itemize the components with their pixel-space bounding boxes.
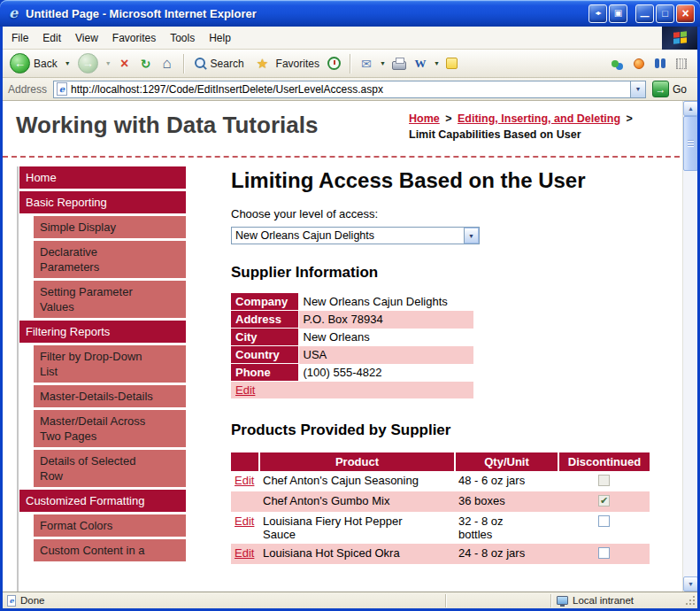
menu-bar: File Edit View Favorites Tools Help	[3, 27, 697, 50]
discontinued-checkbox[interactable]	[598, 475, 610, 486]
nav-item-label: Filter by Drop-Down List	[40, 349, 159, 379]
scroll-down-button[interactable]: ▼	[683, 576, 697, 592]
breadcrumb-current: Limit Capabilities Based on User	[409, 128, 581, 143]
supplier-row: Country USA	[231, 346, 473, 364]
product-cell: Chef Anton's Gumbo Mix	[259, 491, 455, 512]
search-button[interactable]: Search	[190, 55, 248, 72]
sidebar-item-filtering-reports[interactable]: Filtering Reports	[19, 321, 186, 343]
discontinued-checkbox[interactable]	[598, 495, 610, 507]
sidebar-item-format-colors[interactable]: Format Colors	[34, 514, 186, 537]
page-title: Limiting Access Based on the User	[231, 168, 673, 193]
window-screen-button[interactable]: ▣	[609, 4, 627, 23]
scroll-down-icon: ▼	[688, 581, 694, 587]
menu-file[interactable]: File	[4, 27, 35, 49]
binoculars-icon[interactable]	[655, 58, 659, 68]
sidebar-item-simple-display[interactable]: Simple Display	[34, 216, 186, 238]
sidebar-item-basic-reporting[interactable]: Basic Reporting	[19, 191, 186, 213]
zone-pane: Local intranet	[551, 595, 684, 606]
stop-icon[interactable]: ×	[115, 57, 135, 71]
breadcrumb-section-link[interactable]: Editing, Inserting, and Deleting	[458, 112, 620, 128]
sidebar-item-declarative-parameters[interactable]: Declarative Parameters	[34, 241, 186, 278]
product-edit-link[interactable]: Edit	[235, 546, 254, 560]
qty-text: 32 - 8 oz bottles	[458, 514, 538, 541]
go-button[interactable]: → Go	[650, 81, 694, 97]
mail-icon[interactable]: ✉	[357, 58, 376, 70]
sidebar-item-filter-by-drop-down-list[interactable]: Filter by Drop-Down List	[34, 345, 186, 383]
main-content: Limiting Access Based on the User Choose…	[231, 166, 673, 564]
select-grid-icon[interactable]	[676, 58, 687, 69]
column-header-discontinued: Discontinued	[558, 452, 650, 471]
row-value: (100) 555-4822	[298, 364, 473, 382]
menu-help[interactable]: Help	[202, 27, 238, 49]
sidebar-item-home[interactable]: Home	[19, 166, 186, 189]
media-icon[interactable]	[634, 58, 644, 69]
address-dropdown-button[interactable]: ▼	[630, 81, 645, 97]
back-button[interactable]: ← Back	[6, 51, 61, 75]
sidebar-nav: Home Basic Reporting Simple Display Decl…	[19, 166, 186, 564]
forward-button[interactable]: →	[74, 51, 102, 75]
menu-tools[interactable]: Tools	[163, 27, 202, 49]
minimize-button[interactable]: —	[635, 4, 654, 23]
menu-view[interactable]: View	[68, 27, 105, 49]
discontinued-checkbox[interactable]	[598, 515, 610, 527]
sidebar-item-details-of-selected-row[interactable]: Details of Selected Row	[34, 450, 186, 487]
product-row: Chef Anton's Gumbo Mix 36 boxes	[231, 491, 650, 512]
product-edit-link[interactable]: Edit	[235, 474, 254, 487]
edit-cell	[231, 491, 259, 512]
messenger-icon[interactable]	[612, 60, 619, 67]
address-dropdown-icon: ▼	[635, 86, 642, 92]
supplier-row: Company New Orleans Cajun Delights	[231, 293, 473, 311]
maximize-icon: □	[662, 9, 668, 19]
address-input[interactable]: e http://localhost:1297/Code/EditInsertD…	[53, 81, 646, 98]
sidebar-item-master-details-details[interactable]: Master-Details-Details	[34, 385, 186, 407]
vertical-scrollbar[interactable]: ▲ ▼	[682, 101, 697, 592]
nav-item-label: Custom Content in a	[40, 543, 145, 558]
close-button[interactable]: ×	[676, 4, 695, 23]
resize-grip[interactable]	[684, 594, 696, 607]
search-icon	[194, 57, 207, 70]
discontinued-checkbox[interactable]	[598, 547, 610, 559]
menu-edit[interactable]: Edit	[35, 27, 68, 49]
page-content: Working with Data Tutorials Home > Editi…	[3, 101, 697, 592]
home-icon[interactable]: ⌂	[158, 56, 177, 71]
scrollbar-thumb[interactable]	[683, 116, 697, 171]
print-icon[interactable]	[392, 61, 406, 70]
product-cell: Louisiana Fiery Hot Pepper Sauce	[259, 512, 455, 544]
row-value: P.O. Box 78934	[298, 311, 473, 329]
sidebar-item-customized-formatting[interactable]: Customized Formatting	[19, 490, 186, 512]
back-dropdown-icon[interactable]: ▼	[65, 60, 71, 66]
browser-window: e Untitled Page - Microsoft Internet Exp…	[0, 0, 700, 611]
menu-favorites[interactable]: Favorites	[105, 27, 163, 49]
nav-item-label: Master-Details-Details	[40, 389, 153, 404]
supplier-section-title: Supplier Information	[231, 264, 673, 282]
product-cell: Chef Anton's Cajun Seasoning	[259, 471, 455, 491]
document-icon: e	[7, 595, 16, 607]
qty-text: 36 boxes	[458, 494, 505, 507]
history-icon[interactable]	[327, 57, 341, 70]
breadcrumb-home-link[interactable]: Home	[409, 112, 440, 128]
product-edit-link[interactable]: Edit	[235, 514, 254, 528]
discuss-icon[interactable]	[446, 58, 458, 69]
screen-icon: ▣	[614, 9, 622, 18]
title-bar[interactable]: e Untitled Page - Microsoft Internet Exp…	[0, 0, 700, 27]
mail-dropdown-icon[interactable]: ▼	[380, 60, 386, 66]
edit-dropdown-icon[interactable]: ▼	[434, 60, 440, 66]
address-label: Address	[6, 83, 49, 96]
access-level-select[interactable]: New Orleans Cajun Delights ▼	[231, 227, 480, 244]
supplier-edit-link[interactable]: Edit	[235, 383, 255, 397]
qty-text: 24 - 8 oz jars	[458, 546, 525, 560]
sidebar-item-master-detail-across-two-pages[interactable]: Master/Detail Across Two Pages	[34, 410, 186, 447]
select-dropdown-button[interactable]: ▼	[464, 228, 479, 244]
page-icon: e	[57, 82, 67, 96]
forward-dropdown-icon[interactable]: ▼	[105, 60, 112, 66]
column-header-product: Product	[259, 452, 455, 471]
scroll-up-button[interactable]: ▲	[683, 101, 697, 116]
window-nav-arrows-button[interactable]: ◂▸	[588, 4, 607, 23]
edit-with-word-icon[interactable]: W	[411, 58, 430, 69]
refresh-icon[interactable]: ↻	[136, 58, 156, 70]
sidebar-item-custom-content[interactable]: Custom Content in a	[34, 539, 186, 561]
window-controls: ◂▸ ▣ — □ ×	[588, 4, 695, 23]
maximize-button[interactable]: □	[656, 4, 674, 23]
sidebar-item-setting-parameter-values[interactable]: Setting Parameter Values	[34, 281, 186, 318]
favorites-button[interactable]: ★ Favorites	[250, 55, 323, 72]
